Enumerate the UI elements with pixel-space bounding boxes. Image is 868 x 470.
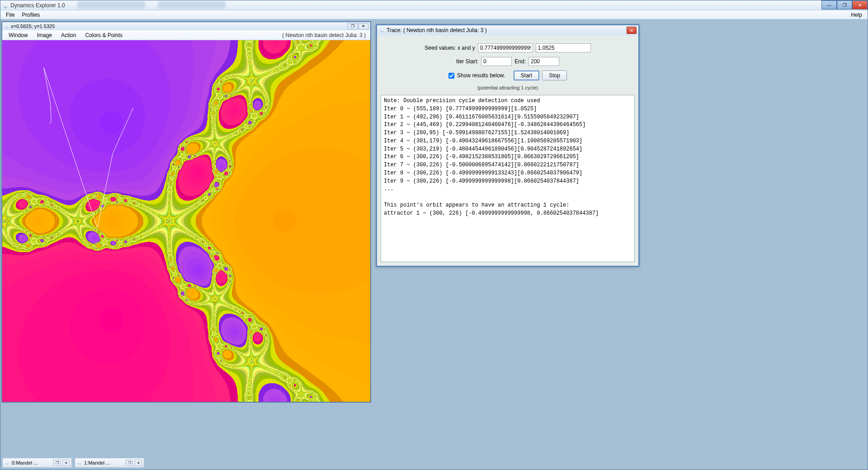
- taskbar-item-label: 1:Mandel ...: [84, 460, 124, 465]
- trace-close-button[interactable]: ✕: [627, 27, 637, 34]
- menu-window[interactable]: Window: [4, 31, 33, 39]
- internal-close-button[interactable]: ✕: [359, 23, 368, 29]
- java-icon: [5, 460, 10, 465]
- iter-end-input[interactable]: [528, 57, 559, 66]
- seed-label: Seed values: x and y: [425, 45, 475, 51]
- menu-profiles[interactable]: Profiles: [18, 11, 43, 19]
- end-label: End:: [514, 58, 526, 65]
- trace-title: Trace: ( Newton nth basin detect Julia: …: [387, 27, 487, 33]
- java-icon: [77, 460, 82, 465]
- iter-start-label: Iter Start:: [456, 58, 478, 65]
- java-icon: [2, 2, 9, 9]
- iter-start-input[interactable]: [481, 57, 512, 66]
- fractal-window: x=0.5825; y=1.5325 ❐ ✕ Window Image Acti…: [1, 21, 371, 403]
- seed-x-input[interactable]: [478, 43, 533, 52]
- taskbar-item-1[interactable]: 1:Mandel ... ❐ ✕: [75, 458, 144, 468]
- main-menubar: File Profiles Help: [0, 10, 868, 19]
- close-icon[interactable]: ✕: [62, 460, 70, 466]
- mdi-client: x=0.5825; y=1.5325 ❐ ✕ Window Image Acti…: [0, 19, 868, 470]
- minimize-button[interactable]: —: [821, 0, 837, 9]
- close-button[interactable]: ✕: [852, 0, 868, 9]
- java-icon: [379, 27, 385, 33]
- menu-image[interactable]: Image: [33, 31, 57, 39]
- trace-titlebar[interactable]: Trace: ( Newton nth basin detect Julia: …: [377, 25, 638, 35]
- background-blur: [77, 1, 226, 9]
- menu-colors-points[interactable]: Colors & Points: [80, 31, 127, 39]
- trace-status: (potential attracting 1 cycle): [381, 85, 635, 90]
- trace-results[interactable]: Note: Double precision cycle detection c…: [381, 95, 635, 262]
- menu-file[interactable]: File: [2, 11, 18, 19]
- internal-maximize-button[interactable]: ❐: [348, 23, 358, 29]
- maximize-button[interactable]: ❐: [837, 0, 852, 9]
- fractal-titlebar[interactable]: x=0.5825; y=1.5325 ❐ ✕: [2, 22, 370, 30]
- fractal-menubar: Window Image Action Colors & Points ( Ne…: [2, 30, 370, 40]
- restore-icon[interactable]: ❐: [53, 460, 61, 466]
- seed-y-input[interactable]: [536, 43, 591, 52]
- app-window: Dynamics Explorer 1.0 — ❐ ✕ File Profile…: [0, 0, 868, 470]
- show-results-checkbox[interactable]: [448, 73, 454, 79]
- java-icon: [4, 24, 9, 29]
- show-results-label: Show results below.: [457, 72, 505, 79]
- taskbar-item-0[interactable]: 0:Mandel ... ❐ ✕: [2, 458, 72, 468]
- coord-status: x=0.5825; y=1.5325: [11, 24, 55, 29]
- app-titlebar: Dynamics Explorer 1.0 — ❐ ✕: [0, 0, 868, 10]
- restore-icon[interactable]: ❐: [126, 460, 133, 466]
- fractal-canvas[interactable]: [2, 40, 370, 402]
- fractal-label: ( Newton nth basin detect Julia: 3 ): [282, 32, 368, 38]
- close-icon[interactable]: ✕: [135, 460, 142, 466]
- menu-action[interactable]: Action: [57, 31, 80, 39]
- start-button[interactable]: Start: [514, 70, 539, 80]
- trace-body: Seed values: x and y Iter Start: End: Sh…: [377, 35, 638, 266]
- menu-help[interactable]: Help: [847, 11, 866, 19]
- taskbar-item-label: 0:Mandel ...: [12, 460, 52, 465]
- stop-button[interactable]: Stop: [542, 70, 567, 80]
- mdi-taskbar: 0:Mandel ... ❐ ✕ 1:Mandel ... ❐ ✕: [2, 458, 144, 468]
- app-title: Dynamics Explorer 1.0: [10, 2, 65, 9]
- trace-dialog: Trace: ( Newton nth basin detect Julia: …: [376, 24, 640, 267]
- window-controls: — ❐ ✕: [821, 0, 868, 9]
